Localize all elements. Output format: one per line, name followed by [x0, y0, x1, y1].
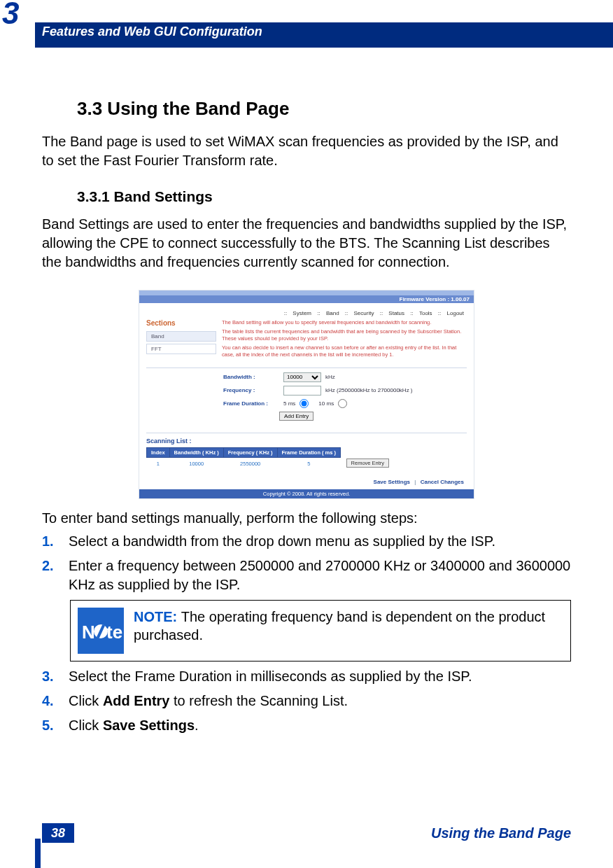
step-5: 5. Click Save Settings. [42, 716, 571, 735]
note-icon: N te [78, 608, 124, 654]
nav-status[interactable]: :: Status [380, 310, 404, 316]
frame-duration-radio-5[interactable] [300, 399, 309, 408]
note-box: N te NOTE: The operating frequency band … [70, 600, 571, 662]
note-label: NOTE: [134, 609, 181, 624]
figure-copyright: Copyright © 2008. All rights reserved. [139, 489, 474, 498]
frequency-label: Frequency : [223, 387, 279, 393]
frame-duration-label: Frame Duration : [223, 400, 279, 407]
svg-text:te: te [106, 622, 122, 643]
step-3: 3. Select the Frame Duration in millisec… [42, 667, 571, 686]
nav-bar: :: System :: Band :: Security :: Status … [139, 303, 474, 319]
step-4: 4. Click Add Entry to refresh the Scanni… [42, 692, 571, 710]
chapter-number: 3 [2, 0, 19, 31]
scanning-list-table: Index Bandwidth ( KHz ) Frequency ( KHz … [146, 447, 395, 470]
table-row: 1 10000 2550000 5 Remove Entry [147, 457, 395, 469]
bandwidth-label: Bandwidth : [223, 374, 279, 380]
page-number: 38 [42, 823, 74, 843]
sidebar-item-band[interactable]: Band [146, 331, 216, 342]
step-2: 2. Enter a frequency between 2500000 and… [42, 556, 571, 594]
bandwidth-unit: kHz [325, 374, 335, 380]
sections-label: Sections [146, 319, 216, 327]
frequency-unit: kHz (2500000kHz to 2700000kHz ) [325, 387, 413, 393]
steps-intro: To enter band settings manually, perform… [42, 510, 571, 526]
subsection-heading: 3.3.1 Band Settings [77, 188, 571, 205]
th-index: Index [147, 447, 170, 457]
remove-entry-button[interactable]: Remove Entry [346, 458, 390, 468]
cancel-changes-link[interactable]: Cancel Changes [421, 479, 464, 485]
svg-text:N: N [82, 622, 95, 643]
th-bandwidth: Bandwidth ( KHz ) [169, 447, 223, 457]
figure-description: The Band setting will allow you to speci… [222, 319, 467, 360]
section-intro: The Band page is used to set WiMAX scan … [42, 132, 571, 170]
step-1: 1. Select a bandwidth from the drop down… [42, 532, 571, 551]
frame-duration-5ms: 5 ms [283, 400, 295, 407]
figure-container: Firmware Version : 1.00.07 :: System :: … [42, 290, 571, 499]
nav-logout[interactable]: :: Logout [438, 310, 464, 316]
nav-system[interactable]: :: System [284, 310, 311, 316]
sidebar-item-fft[interactable]: FFT [146, 344, 216, 354]
save-settings-link[interactable]: Save Settings [374, 479, 410, 485]
nav-security[interactable]: :: Security [345, 310, 374, 316]
nav-tools[interactable]: :: Tools [410, 310, 432, 316]
th-frame-duration: Frame Duration ( ms ) [277, 447, 341, 457]
frame-duration-10ms: 10 ms [318, 400, 334, 407]
firmware-version: Firmware Version : 1.00.07 [139, 295, 474, 303]
subsection-body: Band Settings are used to enter the freq… [42, 215, 571, 272]
th-frequency: Frequency ( KHz ) [223, 447, 277, 457]
frame-duration-radio-10[interactable] [338, 399, 347, 408]
bandwidth-select[interactable]: 10000 [283, 372, 321, 382]
footer-accent [35, 839, 41, 868]
screenshot-figure: Firmware Version : 1.00.07 :: System :: … [139, 290, 474, 499]
footer-title: Using the Band Page [431, 825, 571, 841]
section-heading: 3.3 Using the Band Page [77, 98, 571, 120]
nav-band[interactable]: :: Band [317, 310, 339, 316]
scanning-list-heading: Scanning List : [146, 438, 467, 444]
note-body: The operating frequency band is dependen… [134, 609, 545, 643]
frequency-input[interactable] [283, 386, 321, 396]
header-title: Features and Web GUI Configuration [42, 24, 262, 39]
add-entry-button[interactable]: Add Entry [279, 412, 313, 421]
